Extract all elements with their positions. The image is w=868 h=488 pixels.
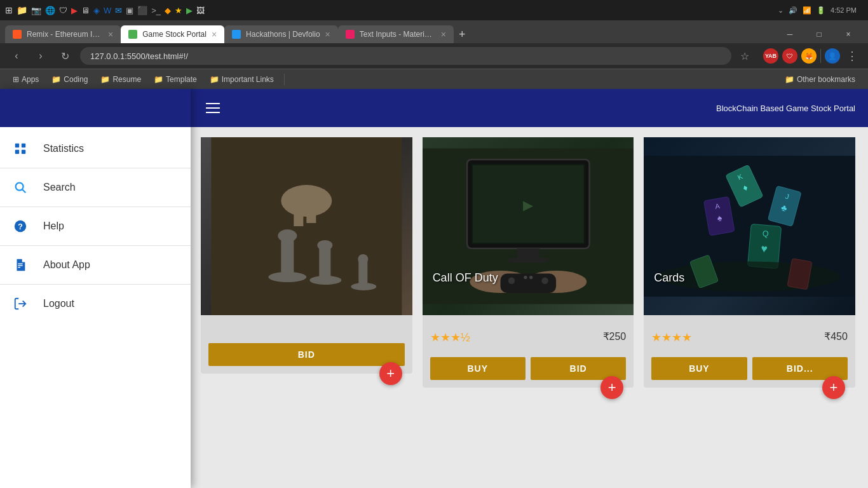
svg-line-5: [22, 189, 25, 193]
taskbar-icon-display[interactable]: 🖥: [81, 6, 90, 15]
duty-card-plus-button[interactable]: +: [600, 376, 623, 399]
taskbar-icon-msg[interactable]: ✉: [115, 6, 122, 15]
taskbar-icon-windows[interactable]: ⊞: [5, 5, 13, 15]
cardsgame-card-body: ★★★★ ₹450 BUY BID...: [644, 315, 855, 388]
sidebar-item-logout[interactable]: Logout: [0, 287, 191, 320]
tab-close-gamestock[interactable]: ×: [212, 29, 217, 39]
cardsgame-card-label: Cards: [644, 266, 855, 290]
sidebar-item-help[interactable]: ? Help: [0, 210, 191, 243]
svg-text:Q: Q: [763, 229, 770, 239]
reload-button[interactable]: ↻: [56, 47, 74, 65]
bookmark-template[interactable]: 📁 Template: [149, 74, 202, 85]
forward-button[interactable]: ›: [32, 47, 50, 65]
taskbar-icon-app2[interactable]: ▣: [126, 6, 133, 15]
battery-icon[interactable]: 🔋: [817, 6, 825, 15]
duty-card-actions: BUY BID: [430, 357, 627, 380]
tab-materialize[interactable]: Text Inputs - Materialize ×: [338, 25, 454, 43]
chess-card-plus-button[interactable]: +: [379, 362, 402, 385]
taskbar: ⊞ 📁 📷 🌐 🛡 ▶ 🖥 ◈ W ✉ ▣ ⬛ >_ ◆ ★ ▶ 🖼 ⌄ 🔊 📶…: [0, 0, 868, 20]
taskbar-icon-app6[interactable]: ▶: [186, 6, 193, 15]
svg-rect-3: [22, 150, 25, 154]
main-content: BlockChain Based Game Stock Portal: [191, 89, 868, 488]
taskbar-icon-vscode[interactable]: ◈: [93, 6, 100, 15]
browser-window-controls: ─ □ ×: [775, 25, 863, 43]
taskbar-icon-files[interactable]: 📁: [17, 5, 27, 15]
chevron-icon[interactable]: ⌄: [778, 6, 783, 15]
taskbar-icon-shield[interactable]: 🛡: [59, 6, 67, 15]
close-button[interactable]: ×: [834, 25, 863, 43]
svg-point-15: [278, 229, 297, 242]
bookmark-resume[interactable]: 📁 Resume: [95, 74, 146, 85]
tab-favicon-remix: [13, 30, 22, 39]
new-tab-button[interactable]: +: [454, 25, 471, 43]
menu-divider-2: [0, 207, 191, 207]
profile-button[interactable]: 👤: [825, 48, 840, 64]
sidebar-item-about-label: About App: [43, 259, 90, 271]
taskbar-icon-app1[interactable]: ▶: [71, 6, 78, 15]
address-bar: ‹ › ↻ ☆ YAB 🛡 🦊 👤 ⋮: [0, 43, 868, 69]
svg-point-18: [317, 240, 332, 250]
svg-rect-17: [319, 248, 330, 280]
taskbar-icon-cmd[interactable]: >_: [151, 6, 161, 15]
browser-menu-button[interactable]: ⋮: [844, 46, 860, 65]
bookmark-important[interactable]: 📁 Important Links: [205, 74, 279, 85]
bookmark-coding[interactable]: 📁 Coding: [46, 74, 93, 85]
duty-card-label: Call OF Duty: [423, 266, 634, 290]
hamburger-button[interactable]: [203, 100, 222, 116]
cardsgame-card-plus-button[interactable]: +: [822, 376, 845, 399]
taskbar-icon-image[interactable]: 🖼: [196, 6, 205, 15]
taskbar-icon-app5[interactable]: ★: [175, 6, 182, 15]
grid-icon: [13, 141, 28, 156]
speaker-icon[interactable]: 🔊: [789, 6, 797, 15]
svg-rect-31: [508, 258, 547, 262]
bookmarks-divider: [284, 74, 285, 85]
sidebar-drawer: Statistics Search ?: [0, 89, 191, 488]
duty-buy-button[interactable]: BUY: [430, 357, 526, 380]
tab-close-remix[interactable]: ×: [108, 29, 113, 39]
duty-card: ▶ Call OF Duty: [423, 137, 634, 388]
bookmark-star-icon[interactable]: ☆: [738, 48, 752, 65]
svg-point-21: [358, 254, 368, 264]
bookmark-coding-label: Coding: [64, 75, 88, 84]
cardsgame-buy-button[interactable]: BUY: [651, 357, 747, 380]
tab-title-materialize: Text Inputs - Materialize: [360, 30, 436, 39]
bookmark-apps[interactable]: ⊞ Apps: [8, 74, 44, 85]
cardsgame-card-actions: BUY BID...: [651, 357, 848, 380]
bookmark-apps-label: Apps: [22, 75, 39, 84]
bookmark-other[interactable]: 📁 Other bookmarks: [780, 74, 860, 85]
taskbar-icon-app3[interactable]: ⬛: [137, 6, 147, 15]
tab-close-materialize[interactable]: ×: [441, 29, 446, 39]
logout-icon: [13, 296, 28, 311]
taskbar-icon-photos[interactable]: 📷: [31, 6, 41, 15]
tab-gamestock[interactable]: Game Stock Portal ×: [121, 25, 224, 43]
taskbar-icon-chrome[interactable]: 🌐: [45, 6, 55, 15]
chess-svg: [201, 137, 412, 315]
extension-fox[interactable]: 🦊: [801, 48, 817, 64]
taskbar-icon-word[interactable]: W: [104, 6, 111, 15]
extension-shield[interactable]: 🛡: [782, 48, 797, 64]
maximize-button[interactable]: □: [804, 25, 834, 43]
svg-point-4: [16, 183, 24, 191]
tab-favicon-gamestock: [128, 30, 137, 39]
svg-rect-2: [15, 150, 19, 154]
sidebar-item-statistics[interactable]: Statistics: [0, 132, 191, 165]
tab-close-devfolio[interactable]: ×: [325, 29, 330, 39]
chess-card-body: BID: [201, 315, 412, 374]
extension-yab[interactable]: YAB: [763, 48, 778, 64]
address-input[interactable]: [80, 47, 731, 65]
svg-rect-1: [22, 144, 25, 147]
back-button[interactable]: ‹: [8, 47, 25, 65]
tab-devfolio[interactable]: Hackathons | Devfolio ×: [224, 25, 338, 43]
browser-chrome: ⊞ 📁 📷 🌐 🛡 ▶ 🖥 ◈ W ✉ ▣ ⬛ >_ ◆ ★ ▶ 🖼 ⌄ 🔊 📶…: [0, 0, 868, 89]
tab-favicon-materialize: [346, 30, 355, 39]
sidebar-item-about[interactable]: About App: [0, 248, 191, 281]
taskbar-icon-app4[interactable]: ◆: [165, 6, 171, 15]
duty-card-price: ₹250: [603, 330, 627, 342]
tab-remix[interactable]: Remix - Ethereum IDE ×: [5, 25, 121, 43]
chess-bid-button[interactable]: BID: [208, 343, 405, 366]
minimize-button[interactable]: ─: [775, 25, 804, 43]
sidebar-item-search[interactable]: Search: [0, 171, 191, 204]
network-icon[interactable]: 📶: [803, 6, 811, 15]
folder-icon-coding: 📁: [51, 75, 61, 84]
cardsgame-card-stars: ★★★★: [651, 330, 848, 344]
